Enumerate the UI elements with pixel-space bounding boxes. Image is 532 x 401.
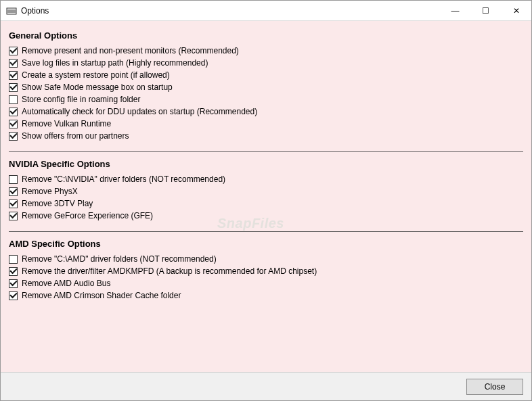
nvidia-option-row: Remove 3DTV Play	[9, 197, 523, 210]
nvidia-checkbox[interactable]	[9, 199, 18, 208]
amd-section-title: AMD Specific Options	[9, 236, 523, 249]
general-checkbox[interactable]	[9, 132, 18, 141]
general-checkbox[interactable]	[9, 120, 18, 128]
nvidia-checkbox[interactable]	[9, 175, 18, 184]
minimize-button[interactable]: —	[440, 1, 470, 21]
amd-checkbox[interactable]	[9, 291, 18, 300]
amd-checkbox[interactable]	[9, 279, 18, 288]
window-title: Options	[21, 6, 49, 16]
general-option-row: Show Safe Mode message box on startup	[9, 81, 523, 93]
general-option-row: Create a system restore point (if allowe…	[9, 69, 523, 81]
close-window-button[interactable]: ✕	[501, 1, 531, 21]
general-option-row: Automatically check for DDU updates on s…	[9, 105, 523, 118]
general-section: General Options Remove present and non-p…	[9, 28, 523, 142]
general-checkbox[interactable]	[9, 108, 18, 116]
divider	[9, 231, 523, 232]
general-option-row: Store config file in roaming folder	[9, 93, 523, 105]
general-checkbox[interactable]	[9, 95, 18, 104]
general-option-row: Show offers from our partners	[9, 130, 523, 142]
nvidia-section: NVIDIA Specific Options Remove "C:\NVIDI…	[9, 156, 523, 222]
nvidia-option-row: Remove PhysX	[9, 185, 523, 197]
nvidia-option-label: Remove GeForce Experience (GFE)	[22, 211, 153, 220]
nvidia-option-row: Remove GeForce Experience (GFE)	[9, 210, 523, 222]
general-checkbox[interactable]	[9, 83, 18, 92]
general-option-row: Remove Vulkan Runtime	[9, 118, 523, 130]
general-option-row: Remove present and non-present monitors …	[9, 45, 523, 57]
general-option-label: Save log files in startup path (Highly r…	[22, 58, 208, 68]
amd-option-label: Remove "C:\AMD" driver folders (NOT reco…	[22, 254, 217, 264]
maximize-button[interactable]: ☐	[470, 1, 501, 21]
nvidia-checkbox[interactable]	[9, 212, 18, 220]
general-option-label: Automatically check for DDU updates on s…	[22, 107, 257, 116]
amd-option-row: Remove AMD Audio Bus	[9, 277, 523, 289]
nvidia-checkbox[interactable]	[9, 187, 18, 196]
footer: Close	[1, 372, 531, 400]
general-section-title: General Options	[9, 28, 523, 41]
amd-option-row: Remove AMD Crimson Shader Cache folder	[9, 289, 523, 302]
app-icon	[6, 5, 17, 16]
general-checkbox[interactable]	[9, 71, 18, 80]
general-option-label: Show Safe Mode message box on startup	[22, 82, 173, 92]
divider	[9, 151, 523, 152]
amd-option-label: Remove AMD Audio Bus	[22, 279, 110, 288]
amd-option-label: Remove the driver/filter AMDKMPFD (A bac…	[22, 266, 317, 276]
nvidia-section-title: NVIDIA Specific Options	[9, 156, 523, 169]
general-option-label: Store config file in roaming folder	[22, 95, 140, 104]
general-checkbox[interactable]	[9, 47, 18, 55]
nvidia-option-label: Remove "C:\NVIDIA" driver folders (NOT r…	[22, 174, 225, 184]
general-checkbox[interactable]	[9, 59, 18, 68]
close-button[interactable]: Close	[466, 379, 523, 395]
nvidia-option-row: Remove "C:\NVIDIA" driver folders (NOT r…	[9, 173, 523, 185]
general-option-label: Remove present and non-present monitors …	[22, 46, 239, 55]
general-option-row: Save log files in startup path (Highly r…	[9, 57, 523, 69]
amd-option-row: Remove the driver/filter AMDKMPFD (A bac…	[9, 265, 523, 277]
nvidia-option-label: Remove PhysX	[22, 187, 78, 196]
nvidia-option-label: Remove 3DTV Play	[22, 199, 93, 208]
general-option-label: Create a system restore point (if allowe…	[22, 70, 170, 80]
amd-checkbox[interactable]	[9, 267, 18, 276]
amd-checkbox[interactable]	[9, 255, 18, 264]
general-option-label: Show offers from our partners	[22, 131, 129, 141]
amd-option-row: Remove "C:\AMD" driver folders (NOT reco…	[9, 253, 523, 265]
content-panel: SnapFiles General Options Remove present…	[1, 21, 531, 372]
titlebar: Options — ☐ ✕	[1, 1, 531, 21]
amd-section: AMD Specific Options Remove "C:\AMD" dri…	[9, 236, 523, 302]
amd-option-label: Remove AMD Crimson Shader Cache folder	[22, 291, 181, 300]
general-option-label: Remove Vulkan Runtime	[22, 119, 111, 128]
